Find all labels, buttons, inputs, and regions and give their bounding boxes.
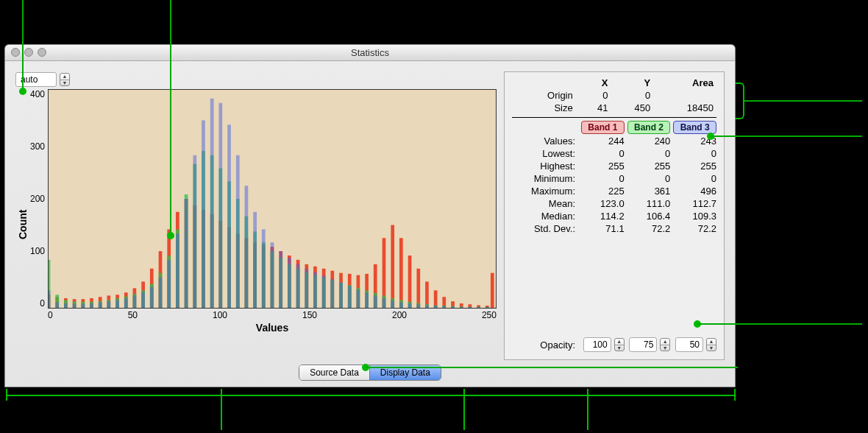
opacity-b2-stepper[interactable]: ▲▼ (660, 338, 670, 351)
stat-cell: 496 (673, 186, 716, 197)
svg-rect-128 (245, 186, 249, 308)
stat-cell: 255 (581, 161, 625, 172)
opacity-b1-stepper[interactable]: ▲▼ (614, 338, 625, 351)
band-1-badge[interactable]: Band 1 (581, 121, 625, 134)
y-tick: 200 (30, 194, 45, 204)
svg-rect-139 (339, 283, 343, 308)
svg-rect-131 (271, 242, 274, 308)
svg-rect-137 (322, 275, 326, 308)
titlebar[interactable]: Statistics (5, 45, 735, 61)
window-body: auto ▲ ▼ Count 400 300 200 100 0 (5, 61, 735, 360)
x-tick: 150 (302, 310, 317, 320)
svg-rect-123 (202, 120, 205, 308)
chevron-up-icon[interactable]: ▲ (60, 74, 69, 80)
stat-cell: 0 (673, 148, 716, 159)
y-tick: 400 (30, 89, 45, 99)
stat-row-label: Values: (512, 135, 578, 147)
svg-rect-109 (82, 304, 85, 308)
svg-rect-44 (425, 281, 429, 308)
data-source-segmented[interactable]: Source Data Display Data (299, 365, 441, 381)
svg-rect-119 (167, 260, 171, 308)
x-tick: 0 (48, 310, 53, 320)
svg-rect-52 (491, 273, 494, 308)
chevron-down-icon[interactable]: ▼ (60, 80, 69, 86)
svg-rect-106 (55, 303, 59, 308)
stat-cell: 244 (581, 135, 625, 147)
opacity-row: Opacity: 100 ▲▼ 75 ▲▼ 50 ▲▼ (512, 337, 716, 352)
svg-rect-135 (305, 269, 308, 308)
svg-rect-42 (408, 256, 412, 308)
data-source-tabs-row: Source Data Display Data (5, 360, 735, 387)
callout-tick (587, 389, 588, 430)
stat-cell: 0 (627, 173, 671, 184)
svg-rect-153 (460, 307, 463, 308)
svg-rect-114 (124, 298, 128, 308)
close-icon[interactable] (11, 48, 20, 57)
divider (512, 117, 716, 118)
x-tick: 100 (213, 310, 227, 320)
svg-rect-43 (416, 269, 420, 308)
svg-rect-116 (141, 292, 145, 308)
svg-rect-136 (313, 272, 317, 308)
band-2-badge[interactable]: Band 2 (627, 121, 671, 134)
scale-combobox[interactable]: auto (15, 72, 57, 87)
stat-cell: 243 (673, 135, 716, 147)
svg-rect-105 (49, 290, 50, 308)
y-tick: 300 (30, 141, 45, 152)
col-area: Area (653, 77, 716, 89)
callout-brace (736, 82, 744, 119)
opacity-band2[interactable]: 75 ▲▼ (627, 337, 671, 352)
opacity-b3-stepper[interactable]: ▲▼ (706, 338, 716, 351)
scale-stepper[interactable]: ▲ ▼ (60, 73, 70, 86)
stat-cell: 72.2 (673, 223, 716, 234)
stat-row-label: Maximum: (512, 186, 578, 197)
col-x: X (579, 77, 611, 89)
histogram-svg (49, 90, 496, 308)
table-row: Origin 0 0 (512, 89, 716, 102)
opacity-band3[interactable]: 50 ▲▼ (673, 337, 716, 352)
x-axis-ticks: 0 50 100 150 200 250 (48, 309, 497, 320)
svg-rect-138 (330, 279, 334, 308)
band-3-badge[interactable]: Band 3 (673, 121, 716, 134)
stat-cell: 0 (673, 173, 716, 184)
y-tick: 100 (30, 246, 45, 256)
callout-leader (744, 100, 862, 102)
window-controls[interactable] (11, 48, 46, 57)
stat-cell: 71.1 (581, 223, 625, 234)
svg-rect-156 (485, 307, 489, 308)
svg-rect-40 (391, 225, 394, 308)
stat-cell: 111.0 (627, 198, 671, 209)
x-axis-label: Values (48, 320, 497, 334)
svg-rect-152 (451, 306, 455, 308)
geometry-table: X Y Area Origin 0 0 Size 41 4 (512, 77, 716, 114)
svg-rect-145 (391, 300, 394, 308)
svg-rect-148 (416, 304, 420, 308)
svg-rect-150 (434, 306, 438, 308)
svg-rect-133 (288, 258, 291, 308)
svg-rect-41 (399, 238, 403, 308)
svg-rect-129 (253, 212, 257, 308)
svg-rect-111 (99, 303, 102, 308)
svg-rect-132 (279, 251, 282, 308)
stat-cell: 0 (581, 173, 625, 184)
stat-cell: 112.7 (673, 198, 716, 209)
svg-rect-147 (408, 303, 412, 308)
svg-rect-141 (357, 289, 360, 308)
svg-rect-149 (425, 305, 429, 308)
tab-source-data[interactable]: Source Data (299, 365, 369, 380)
y-axis-label: Count (15, 89, 30, 360)
band-header: Band 1 Band 2 Band 3 (512, 121, 716, 134)
opacity-label: Opacity: (512, 339, 578, 351)
opacity-band1[interactable]: 100 ▲▼ (581, 337, 625, 352)
svg-rect-151 (442, 306, 446, 308)
row-size-label: Size (512, 102, 579, 114)
stat-row-label: Lowest: (512, 148, 578, 159)
zoom-icon[interactable] (38, 48, 46, 57)
minimize-icon[interactable] (24, 48, 33, 57)
svg-rect-120 (176, 233, 179, 308)
svg-rect-125 (218, 103, 222, 308)
svg-rect-107 (64, 303, 68, 308)
tab-display-data[interactable]: Display Data (369, 365, 441, 380)
histogram-plot-area[interactable] (48, 89, 497, 309)
x-tick: 50 (128, 310, 138, 320)
